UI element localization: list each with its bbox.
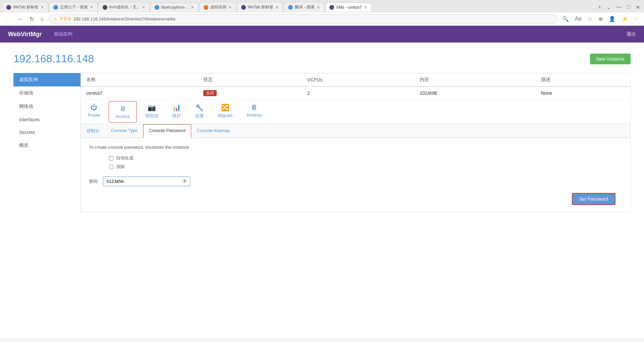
col-vcpus: VCPUs (302, 73, 414, 86)
tab-title-6: WeTab 新标签 (248, 4, 273, 10)
tab-1[interactable]: WeTab 新标签 ✕ (2, 2, 48, 12)
tab-5[interactable]: 虚拟实例 ✕ (199, 2, 236, 12)
password-row: 密码 👁 (89, 177, 622, 186)
sidebar-label-network-pool: 网络池 (19, 104, 33, 109)
favorites-icon[interactable]: ☆ (586, 15, 594, 23)
address-input[interactable]: ⚠ 不安全 192.168.116.146/instance/2/centos7… (49, 14, 557, 23)
sidebar-item-secrets[interactable]: Secrets (13, 126, 80, 139)
tab-title-1: WeTab 新标签 (13, 4, 39, 10)
checkbox-group: 自动生成 清除 (109, 155, 622, 170)
address-text: 192.168.116.146/instance/2/centos7/#inst… (73, 16, 175, 21)
tab-favicon-8 (329, 5, 334, 10)
auto-generate-checkbox[interactable] (109, 156, 113, 160)
toolbar-migrate[interactable]: 🔀 Migrate (211, 100, 239, 124)
tab-8[interactable]: VMs - centos7 ✕ (325, 3, 372, 12)
back-button[interactable]: ← (3, 15, 13, 23)
col-desc: 描述 (536, 73, 630, 86)
tab-console[interactable]: 控制台 (81, 124, 105, 138)
sidebar-item-overview[interactable]: 概览 (13, 139, 80, 152)
sidebar-label-interfaces: Interfaces (19, 117, 40, 122)
page-header: 192.168.116.148 New Instance (13, 53, 631, 65)
search-icon[interactable]: 🔍 (560, 15, 571, 23)
tab-controls: + ⌄ — □ ✕ (596, 3, 642, 11)
toolbar-access[interactable]: 🖥 Access (109, 101, 137, 123)
power-icon: ⏻ (91, 104, 97, 111)
tab-title-8: VMs - centos7 (336, 5, 362, 10)
auto-generate-row[interactable]: 自动生成 (109, 155, 622, 161)
forward-button[interactable]: → (15, 15, 25, 23)
tab-3[interactable]: kvm虚拟化 - 无... ✕ (98, 2, 150, 12)
tab-close-6[interactable]: ✕ (275, 5, 279, 10)
tab-2[interactable]: 忘情公子 - 搜索 ✕ (49, 2, 98, 12)
instance-name: centos7 (81, 86, 198, 100)
instance-status: 关闭 (198, 86, 302, 100)
access-label: Access (116, 114, 130, 119)
refresh-button[interactable]: ↻ (28, 15, 36, 23)
sidebar-item-interfaces[interactable]: Interfaces (13, 113, 80, 126)
toolbar-stats[interactable]: 📊 统计 (165, 100, 188, 124)
tab-close-3[interactable]: ✕ (142, 5, 145, 10)
power-label: Power (88, 113, 100, 118)
sidebar-item-vm-instances[interactable]: 虚拟实例 (13, 73, 80, 86)
tab-console-label: 控制台 (87, 128, 100, 133)
password-input[interactable] (103, 177, 190, 186)
reader-icon[interactable]: Aa (573, 15, 584, 23)
tab-close-7[interactable]: ✕ (317, 5, 320, 10)
tab-console-password-label: Console Password (149, 128, 185, 133)
toolbar-power[interactable]: ⏻ Power (81, 100, 107, 124)
tab-close-5[interactable]: ✕ (228, 5, 232, 10)
collections-icon[interactable]: ⊕ (596, 15, 605, 23)
stats-label: 统计 (172, 113, 181, 119)
settings-dots-icon[interactable]: ··· (632, 15, 641, 23)
tab-console-type[interactable]: Console Type (105, 124, 143, 138)
snapshot-label: 快照池 (145, 113, 158, 119)
new-tab-icon[interactable]: + (596, 3, 603, 11)
password-toggle-icon[interactable]: 👁 (182, 179, 187, 185)
tab-console-keymap[interactable]: Console Keymap (191, 124, 236, 138)
tab-bar: WeTab 新标签 ✕ 忘情公子 - 搜索 ✕ kvm虚拟化 - 无... ✕ … (0, 0, 644, 12)
toolbar-settings[interactable]: 🔧 设置 (188, 100, 211, 124)
instance-toolbar: ⏻ Power 🖥 Access 📷 快照池 📊 统计 🔧 设置 (81, 100, 630, 124)
extensions-icon[interactable]: ⚡ (620, 15, 630, 23)
tab-4[interactable]: libvirt-python-... ✕ (150, 3, 199, 12)
minimize-icon[interactable]: — (614, 3, 624, 11)
table-row: centos7 关闭 2 1024MB None (81, 86, 630, 100)
tab-title-2: 忘情公子 - 搜索 (60, 4, 88, 10)
profile-icon[interactable]: 👤 (607, 15, 618, 23)
tab-6[interactable]: WeTab 新标签 ✕ (237, 2, 283, 12)
sidebar-item-network-pool[interactable]: 网络池 (13, 100, 80, 113)
home-button[interactable]: ⌂ (39, 15, 46, 23)
clear-checkbox[interactable] (109, 165, 113, 169)
destroy-label: Destroy (247, 113, 262, 118)
logout-button[interactable]: 退出 (627, 31, 636, 37)
tab-7[interactable]: 翻译 - 搜索 ✕ (284, 2, 324, 12)
toolbar-destroy[interactable]: 🗑 Destroy (239, 100, 269, 124)
new-instance-button[interactable]: New Instance (590, 54, 631, 64)
console-password-form: To create console password, shutdown the… (81, 138, 630, 212)
tab-close-8[interactable]: ✕ (364, 5, 367, 10)
clear-row[interactable]: 清除 (109, 164, 622, 170)
window-close-icon[interactable]: ✕ (634, 3, 642, 11)
tab-favicon-2 (53, 5, 58, 10)
instance-memory: 1024MB (414, 86, 536, 100)
sidebar: 虚拟实例 存储池 网络池 Interfaces Secrets 概览 (13, 73, 80, 212)
sub-tabs: 控制台 Console Type Console Password Consol… (81, 124, 630, 138)
maximize-icon[interactable]: □ (625, 3, 632, 11)
toolbar-snapshot[interactable]: 📷 快照池 (138, 100, 165, 124)
page-title: 192.168.116.148 (13, 53, 94, 65)
tab-close-4[interactable]: ✕ (191, 5, 194, 10)
set-password-button[interactable]: Set Password (572, 193, 615, 205)
tab-console-password[interactable]: Console Password (143, 124, 191, 138)
address-bar: ← → ↻ ⌂ ⚠ 不安全 192.168.116.146/instance/2… (0, 12, 644, 25)
tab-list-icon[interactable]: ⌄ (604, 3, 613, 11)
instance-table: 名称 状态 VCPUs 内存 描述 centos7 关闭 2 1024M (81, 73, 630, 100)
sidebar-label-storage-pool: 存储池 (19, 90, 33, 95)
tab-favicon-4 (155, 5, 159, 10)
sidebar-item-storage-pool[interactable]: 存储池 (13, 86, 80, 100)
tab-close-1[interactable]: ✕ (41, 5, 44, 10)
nav-infrastructure[interactable]: 基础架构 (54, 31, 72, 37)
tab-title-4: libvirt-python-... (161, 5, 189, 10)
tab-close-2[interactable]: ✕ (90, 5, 93, 10)
tab-title-3: kvm虚拟化 - 无... (109, 4, 140, 10)
tab-favicon-5 (204, 5, 208, 10)
